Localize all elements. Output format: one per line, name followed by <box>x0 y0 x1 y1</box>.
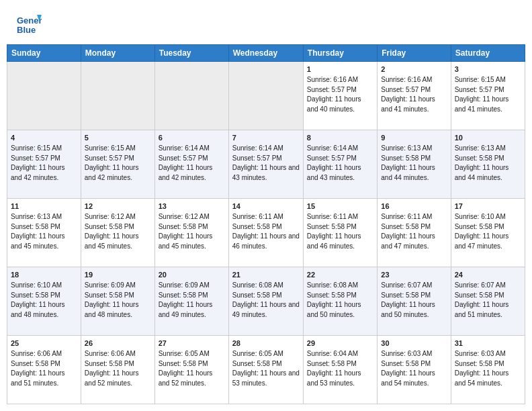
day-number: 30 <box>381 338 447 349</box>
calendar-day-cell: 2Sunrise: 6:16 AMSunset: 5:57 PMDaylight… <box>378 62 451 130</box>
sunset-label: Sunset: 5:58 PM <box>307 360 357 367</box>
sunrise-label: Sunrise: 6:06 AM <box>85 350 136 357</box>
day-number: 10 <box>455 133 521 143</box>
day-number: 17 <box>455 201 521 212</box>
daylight-label: Daylight: 11 hours and 51 minutes. <box>455 301 509 318</box>
sunrise-label: Sunrise: 6:05 AM <box>159 350 210 357</box>
daylight-label: Daylight: 11 hours and 47 minutes. <box>381 232 435 250</box>
sunset-label: Sunset: 5:58 PM <box>455 223 504 230</box>
day-number: 4 <box>11 133 77 143</box>
sunrise-label: Sunrise: 6:05 AM <box>232 350 283 357</box>
sunset-label: Sunset: 5:58 PM <box>232 223 282 230</box>
daylight-label: Daylight: 11 hours and 44 minutes. <box>381 164 435 181</box>
day-number: 3 <box>455 64 521 75</box>
calendar-day-cell: 6Sunrise: 6:14 AMSunset: 5:57 PMDaylight… <box>154 130 228 199</box>
calendar-day-cell <box>154 62 228 130</box>
day-info: Sunrise: 6:11 AMSunset: 5:58 PMDaylight:… <box>232 212 300 251</box>
day-number: 31 <box>455 338 521 349</box>
day-info: Sunrise: 6:10 AMSunset: 5:58 PMDaylight:… <box>455 212 521 251</box>
sunset-label: Sunset: 5:58 PM <box>307 291 357 299</box>
calendar-week-row: 11Sunrise: 6:13 AMSunset: 5:58 PMDayligh… <box>7 199 525 267</box>
day-info: Sunrise: 6:16 AMSunset: 5:57 PMDaylight:… <box>307 75 373 114</box>
daylight-label: Daylight: 11 hours and 47 minutes. <box>455 232 509 250</box>
daylight-label: Daylight: 11 hours and 46 minutes. <box>232 232 300 250</box>
day-info: Sunrise: 6:13 AMSunset: 5:58 PMDaylight:… <box>381 144 447 183</box>
calendar-header-sunday: Sunday <box>7 45 81 62</box>
sunrise-label: Sunrise: 6:08 AM <box>232 281 283 289</box>
sunset-label: Sunset: 5:58 PM <box>455 154 504 162</box>
sunrise-label: Sunrise: 6:10 AM <box>11 281 62 289</box>
sunrise-label: Sunrise: 6:13 AM <box>11 213 62 220</box>
day-number: 27 <box>159 338 225 349</box>
day-number: 24 <box>455 270 521 280</box>
day-number: 1 <box>307 64 373 75</box>
sunrise-label: Sunrise: 6:10 AM <box>455 213 506 220</box>
day-info: Sunrise: 6:10 AMSunset: 5:58 PMDaylight:… <box>11 281 77 320</box>
daylight-label: Daylight: 11 hours and 50 minutes. <box>307 301 361 318</box>
day-info: Sunrise: 6:15 AMSunset: 5:57 PMDaylight:… <box>11 144 77 183</box>
sunset-label: Sunset: 5:57 PM <box>307 154 357 162</box>
day-info: Sunrise: 6:07 AMSunset: 5:58 PMDaylight:… <box>455 281 521 320</box>
sunrise-label: Sunrise: 6:06 AM <box>11 350 62 357</box>
sunrise-label: Sunrise: 6:16 AM <box>307 76 358 83</box>
sunrise-label: Sunrise: 6:15 AM <box>85 144 136 152</box>
day-info: Sunrise: 6:06 AMSunset: 5:58 PMDaylight:… <box>85 349 151 388</box>
day-number: 21 <box>232 270 300 280</box>
day-info: Sunrise: 6:07 AMSunset: 5:58 PMDaylight:… <box>381 281 447 320</box>
calendar-day-cell: 21Sunrise: 6:08 AMSunset: 5:58 PMDayligh… <box>228 267 303 336</box>
day-info: Sunrise: 6:14 AMSunset: 5:57 PMDaylight:… <box>159 144 225 183</box>
calendar-day-cell: 24Sunrise: 6:07 AMSunset: 5:58 PMDayligh… <box>451 267 525 336</box>
calendar-week-row: 18Sunrise: 6:10 AMSunset: 5:58 PMDayligh… <box>7 267 525 336</box>
calendar-week-row: 25Sunrise: 6:06 AMSunset: 5:58 PMDayligh… <box>7 336 525 404</box>
day-number: 16 <box>381 201 447 212</box>
day-info: Sunrise: 6:15 AMSunset: 5:57 PMDaylight:… <box>85 144 151 183</box>
daylight-label: Daylight: 11 hours and 45 minutes. <box>11 232 65 250</box>
day-number: 28 <box>232 338 300 349</box>
sunrise-label: Sunrise: 6:03 AM <box>381 350 432 357</box>
calendar-day-cell: 31Sunrise: 6:03 AMSunset: 5:58 PMDayligh… <box>451 336 525 404</box>
daylight-label: Daylight: 11 hours and 49 minutes. <box>232 301 300 318</box>
daylight-label: Daylight: 11 hours and 48 minutes. <box>11 301 65 318</box>
day-info: Sunrise: 6:05 AMSunset: 5:58 PMDaylight:… <box>232 349 300 388</box>
sunrise-label: Sunrise: 6:11 AM <box>232 213 283 220</box>
daylight-label: Daylight: 11 hours and 51 minutes. <box>11 369 65 387</box>
sunset-label: Sunset: 5:57 PM <box>11 154 60 162</box>
calendar-header-thursday: Thursday <box>303 45 377 62</box>
calendar-day-cell: 13Sunrise: 6:12 AMSunset: 5:58 PMDayligh… <box>154 199 228 267</box>
logo-icon: General Blue <box>16 12 42 38</box>
daylight-label: Daylight: 11 hours and 44 minutes. <box>455 164 509 181</box>
daylight-label: Daylight: 11 hours and 54 minutes. <box>381 369 435 387</box>
day-info: Sunrise: 6:08 AMSunset: 5:58 PMDaylight:… <box>307 281 373 320</box>
sunrise-label: Sunrise: 6:16 AM <box>381 76 432 83</box>
calendar-header-tuesday: Tuesday <box>154 45 228 62</box>
daylight-label: Daylight: 11 hours and 52 minutes. <box>85 369 139 387</box>
sunrise-label: Sunrise: 6:15 AM <box>455 76 506 83</box>
calendar-day-cell: 8Sunrise: 6:14 AMSunset: 5:57 PMDaylight… <box>303 130 377 199</box>
sunset-label: Sunset: 5:57 PM <box>85 154 134 162</box>
day-info: Sunrise: 6:13 AMSunset: 5:58 PMDaylight:… <box>11 212 77 251</box>
calendar-day-cell: 16Sunrise: 6:11 AMSunset: 5:58 PMDayligh… <box>378 199 451 267</box>
svg-text:Blue: Blue <box>17 25 36 35</box>
day-info: Sunrise: 6:12 AMSunset: 5:58 PMDaylight:… <box>159 212 225 251</box>
calendar-day-cell: 17Sunrise: 6:10 AMSunset: 5:58 PMDayligh… <box>451 199 525 267</box>
daylight-label: Daylight: 11 hours and 45 minutes. <box>159 232 213 250</box>
daylight-label: Daylight: 11 hours and 42 minutes. <box>159 164 213 181</box>
sunrise-label: Sunrise: 6:08 AM <box>307 281 358 289</box>
day-number: 7 <box>232 133 300 143</box>
sunrise-label: Sunrise: 6:09 AM <box>85 281 136 289</box>
sunrise-label: Sunrise: 6:13 AM <box>381 144 432 152</box>
calendar-table: SundayMondayTuesdayWednesdayThursdayFrid… <box>7 44 525 404</box>
day-number: 19 <box>85 270 151 280</box>
daylight-label: Daylight: 11 hours and 41 minutes. <box>455 95 509 113</box>
sunrise-label: Sunrise: 6:04 AM <box>307 350 358 357</box>
day-number: 14 <box>232 201 300 212</box>
sunset-label: Sunset: 5:58 PM <box>381 223 431 230</box>
daylight-label: Daylight: 11 hours and 54 minutes. <box>455 369 509 387</box>
day-number: 13 <box>159 201 225 212</box>
sunset-label: Sunset: 5:58 PM <box>159 360 208 367</box>
sunset-label: Sunset: 5:58 PM <box>307 223 357 230</box>
calendar-day-cell: 7Sunrise: 6:14 AMSunset: 5:57 PMDaylight… <box>228 130 303 199</box>
calendar-day-cell <box>81 62 154 130</box>
calendar-header-row: SundayMondayTuesdayWednesdayThursdayFrid… <box>7 45 525 62</box>
calendar-header-saturday: Saturday <box>451 45 525 62</box>
